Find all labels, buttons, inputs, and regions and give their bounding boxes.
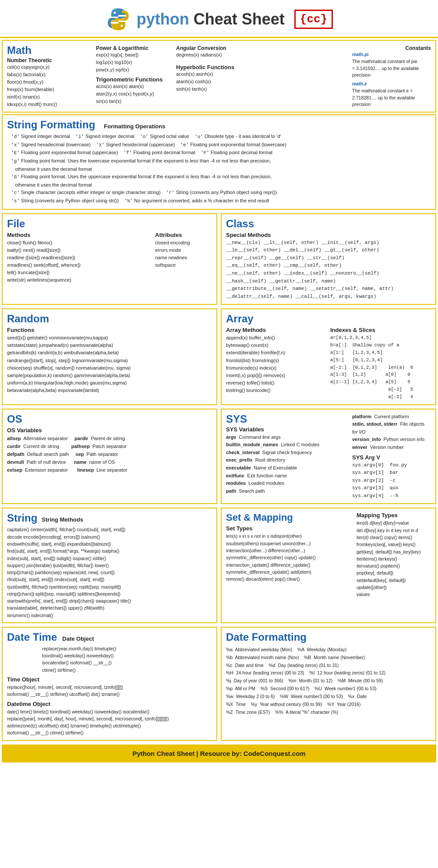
angular-content: degrees(x) radians(x) [176, 51, 268, 59]
class-section: Class Special Methods __new__(cls) __lt_… [221, 213, 436, 305]
string-fmt-title: String Formatting [7, 119, 95, 131]
time-object-title: Time Object [7, 676, 212, 683]
constants-title: Constants [352, 45, 431, 51]
string-fmt-line-4b: otherwise it uses the decimal format [7, 181, 431, 189]
random-functions-content: seed([x]) getstate() vonmisesvariate(mu,… [7, 334, 212, 394]
string-title: String [7, 512, 37, 524]
datetime-section: Date Time Date Object replace(year,month… [2, 627, 217, 741]
sys-variables-content: argv Command line args builtin_module_na… [226, 434, 349, 495]
string-fmt-line-4: 'G' Floating point format. Uses the uppe… [7, 173, 431, 181]
constants-content: math.pi The mathmatical constant of pie … [352, 51, 431, 108]
string-fmt-line-6: 's' String (converts any Python object u… [7, 197, 431, 205]
math-col1: Math Number Theoretic ceil(x) copysign(x… [7, 44, 92, 108]
string-fmt-line-3b: otherwise it uses the decimal format [7, 166, 431, 173]
power-log-content: exp(x) log(x[, base]) log1p(x) log10(x) … [96, 51, 173, 74]
random-functions-title: Functions [7, 327, 212, 333]
sys-variables-title: SYS Variables [226, 426, 349, 433]
os-sys-row: OS OS Variables altsep Alternative separ… [0, 407, 438, 506]
string-section: String String Methods capitalize() cente… [2, 508, 217, 623]
number-theoretic-content: ceil(x) copysign(x,y) fabs(x) factorial(… [7, 64, 92, 108]
string-fmt-line-5: 'c' Single character (accepts either int… [7, 189, 431, 197]
number-theoretic-title: Number Theoretic [7, 57, 92, 64]
random-array-row: Random Functions seed([x]) getstate() vo… [0, 307, 438, 406]
array-indexes-content: a=[0,1,2,3,4,5] b=a[:] Shallow copy of a… [330, 334, 431, 400]
file-class-row: File Methods close() flush() fileno() is… [0, 212, 438, 307]
string-fmt-line-2: 'E' Floating point exponential format (u… [7, 149, 431, 157]
class-special-methods-title: Special Methods [226, 232, 431, 238]
string-set-row: String String Methods capitalize() cente… [0, 506, 438, 625]
file-methods-content: close() flush() fileno() isatty() next()… [7, 239, 152, 284]
footer: Python Cheat Sheet | Resource by: CodeCo… [2, 745, 436, 762]
set-types-content: len(s) x in s x not in s isdisjoint(othe… [226, 533, 353, 582]
os-variables-content: altsep Alternative separator pardir Pare… [7, 434, 212, 474]
set-mapping-title: Set & Mapping [226, 512, 353, 523]
math-col2: Power & Logarithmic exp(x) log(x[, base]… [96, 44, 173, 108]
string-fmt-ops-title: Formatting Operations [104, 123, 165, 130]
random-title: Random [7, 313, 212, 325]
time-object-content: replace([hour[, minute[, second[, micros… [7, 684, 212, 698]
power-log-title: Power & Logarithmic [96, 45, 173, 51]
os-section: OS OS Variables altsep Alternative separ… [2, 409, 217, 505]
string-fmt-line-0: 'd' Signed integer decimal 'i' Signed in… [7, 133, 431, 141]
trig-content: acos(x) asin(x) atan(x) atan2(y,x) cos(x… [96, 83, 173, 105]
hyperbolic-content: acosh(x) asinh(x) atanh(x) cosh(x) sinh(… [176, 71, 268, 93]
date-object-title: Date Object [62, 635, 94, 642]
cc-logo: {cc} [294, 10, 333, 29]
string-fmt-lines: 'd' Signed integer decimal 'i' Signed in… [7, 133, 431, 205]
date-formatting-section: Date Formatting %a Abbreviated weekday (… [221, 627, 436, 741]
hyperbolic-title: Hyperbolic Functions [176, 64, 268, 71]
datetime-object-content: date() time() timetz() toordinal() weekd… [7, 708, 212, 737]
math-section: Math Number Theoretic ceil(x) copysign(x… [2, 40, 436, 113]
python-logo [105, 6, 131, 32]
set-types-title: Set Types [226, 525, 353, 532]
header: python Cheat Sheet {cc} [0, 0, 438, 38]
sys-arg-v-content: sys.argv[0] foo.py sys.argv[1] bar sys.a… [352, 462, 431, 500]
string-methods-title: String Methods [42, 516, 83, 523]
cheatsheet-word: Cheat Sheet [194, 10, 285, 28]
class-title: Class [226, 218, 431, 230]
class-special-methods-content: __new__(cls) __lt__(self, other) __init_… [226, 239, 431, 301]
svg-point-0 [113, 12, 116, 14]
file-title: File [7, 218, 212, 230]
angular-title: Angular Conversion [176, 45, 268, 51]
datetime-title: Date Time [7, 631, 57, 643]
string-fmt-line-1: 'x' Signed hexadecimal (lowercase) 'X' S… [7, 141, 431, 149]
python-word: python [137, 10, 189, 28]
date-formatting-lines: %a Abbreviated weekday (Mon) %A Weekday … [226, 646, 431, 716]
random-section: Random Functions seed([x]) getstate() vo… [2, 308, 217, 405]
sys-arg-v-title: SYS Arg V [352, 454, 431, 461]
date-object-content: replace(year,month,day)) timetuple() too… [42, 645, 212, 674]
file-section: File Methods close() flush() fileno() is… [2, 213, 217, 305]
string-fmt-line-3: 'g' Floating point format. Uses the lowe… [7, 157, 431, 166]
datetime-row: Date Time Date Object replace(year,month… [0, 625, 438, 743]
sys-section: SYS SYS Variables argv Command line args… [221, 409, 436, 505]
mapping-content: len(d) d[key] d[key]=value del d[key] ke… [357, 519, 431, 598]
array-section: Array Array Methods append(x) buffer_inf… [221, 308, 436, 405]
string-formatting-section: String Formatting Formatting Operations … [2, 114, 436, 209]
svg-point-1 [120, 25, 123, 27]
math-col5: Constants math.pi The mathmatical consta… [352, 44, 431, 108]
array-methods-title: Array Methods [226, 327, 327, 333]
sys-platform-content: platform Current platform stdin, stdout,… [352, 413, 431, 452]
datetime-object-title: Datetime Object [7, 701, 212, 707]
array-indexes-title: Indexes & Slices [330, 327, 431, 333]
os-title: OS [7, 413, 212, 425]
trig-title: Trigonometric Functions [96, 76, 173, 83]
sys-title: SYS [226, 413, 349, 425]
math-col3: Angular Conversion degrees(x) radians(x)… [176, 44, 268, 108]
os-variables-title: OS Variables [7, 427, 212, 434]
set-mapping-section: Set & Mapping Set Types len(s) x in s x … [221, 508, 436, 623]
date-formatting-title: Date Formatting [226, 631, 431, 643]
header-title: python Cheat Sheet [137, 10, 285, 28]
file-attributes-content: closed encoding errors mode name newline… [155, 239, 212, 269]
array-methods-content: append(x) buffer_info() byteswap() count… [226, 334, 327, 394]
string-methods-content: capitalize() center(width[, fillchar]) c… [7, 526, 212, 618]
file-attributes-title: Attributes [155, 232, 212, 238]
array-title: Array [226, 313, 431, 325]
file-methods-title: Methods [7, 232, 152, 238]
math-title: Math [7, 44, 92, 56]
mapping-title: Mapping Types [357, 512, 431, 519]
